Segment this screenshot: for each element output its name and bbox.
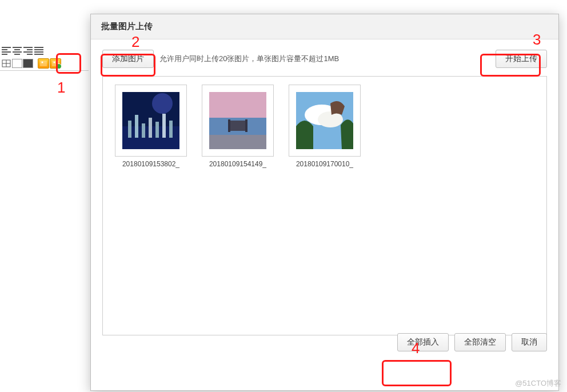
thumbnail-name: 20180109170010_ [285, 160, 365, 168]
clear-all-button[interactable]: 全部清空 [454, 333, 506, 351]
svg-rect-8 [128, 121, 131, 138]
thumbnail[interactable]: 20180109154149_ [198, 85, 278, 168]
thumbnail-name: 20180109153802_ [111, 160, 191, 168]
svg-point-6 [152, 93, 173, 114]
svg-rect-20 [245, 119, 247, 132]
insert-all-button[interactable]: 全部插入 [397, 333, 449, 351]
dialog-body: 添加图片 允许用户同时上传20张图片，单张图片容量不超过1MB 开始上传 [91, 39, 558, 359]
thumbnail[interactable]: 20180109170010_ [285, 85, 365, 168]
preview-pane: 20180109153802_ 20180109154149_ [102, 76, 547, 335]
svg-rect-9 [135, 115, 138, 138]
svg-point-23 [318, 111, 343, 127]
svg-rect-17 [209, 135, 266, 149]
thumbnail-image [202, 85, 274, 157]
thumbnail-image [115, 85, 187, 157]
upload-bar: 添加图片 允许用户同时上传20张图片，单张图片容量不超过1MB 开始上传 [102, 50, 547, 68]
thumbnail-image [289, 85, 361, 157]
watermark: @51CTO博客 [515, 378, 561, 389]
svg-rect-12 [155, 122, 159, 138]
svg-rect-10 [142, 123, 145, 138]
svg-rect-19 [228, 119, 230, 132]
cancel-button[interactable]: 取消 [512, 333, 547, 351]
add-image-button[interactable]: 添加图片 [102, 50, 154, 68]
svg-rect-15 [209, 92, 266, 118]
dialog-footer: 全部插入 全部清空 取消 [91, 325, 558, 359]
svg-rect-11 [149, 118, 152, 138]
svg-rect-18 [229, 121, 246, 131]
thumbnail[interactable]: 20180109153802_ [111, 85, 191, 168]
dialog-title: 批量图片上传 [91, 14, 558, 39]
batch-upload-dialog: 批量图片上传 添加图片 允许用户同时上传20张图片，单张图片容量不超过1MB 开… [90, 14, 559, 391]
svg-rect-13 [162, 114, 166, 138]
start-upload-button[interactable]: 开始上传 [496, 50, 547, 68]
thumbnail-name: 20180109154149_ [198, 160, 278, 168]
upload-hint: 允许用户同时上传20张图片，单张图片容量不超过1MB [159, 54, 490, 64]
svg-rect-14 [169, 121, 173, 138]
